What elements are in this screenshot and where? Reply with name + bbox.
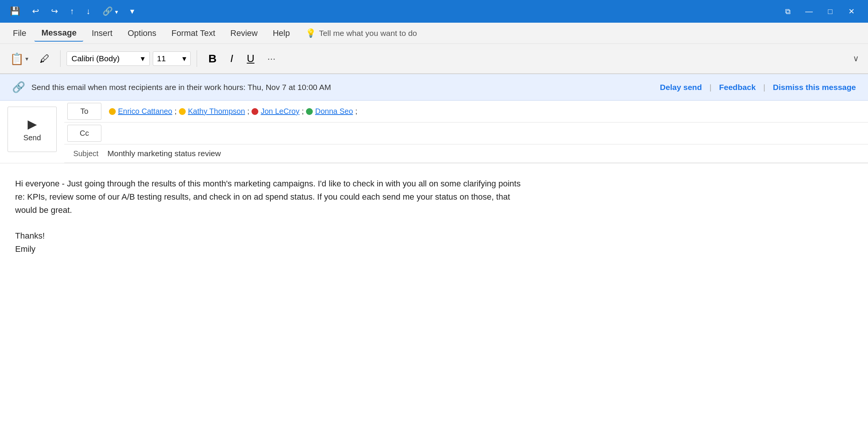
menu-format-text[interactable]: Format Text — [165, 25, 222, 41]
font-size-label: 11 — [157, 54, 166, 63]
notification-icon: 🔗 — [12, 81, 25, 93]
tell-me-text: Tell me what you want to do — [319, 29, 417, 38]
more-format-button[interactable]: ··· — [263, 50, 280, 68]
move-up-button[interactable]: ↑ — [66, 4, 78, 19]
enrico-status-dot — [109, 108, 116, 115]
more-button[interactable]: ▾ — [126, 4, 138, 19]
recipient-kathy[interactable]: Kathy Thompson — [179, 107, 245, 116]
toolbar-collapse-button[interactable]: ∨ — [850, 51, 862, 67]
email-compose: ▶ Send To Enrico Cattaneo ; Kathy Thomps… — [0, 101, 868, 442]
font-dropdown-arrow: ▾ — [141, 54, 145, 63]
jon-name: Jon LeCroy — [261, 107, 299, 116]
email-fields: To Enrico Cattaneo ; Kathy Thompson ; Jo… — [64, 101, 868, 163]
signature-line-1: Thanks! — [15, 229, 853, 242]
enrico-name: Enrico Cattaneo — [118, 107, 172, 116]
kathy-status-dot — [179, 108, 186, 115]
sep-1: ; — [174, 107, 177, 116]
toolbar: 📋 ▾ 🖊 Calibri (Body) ▾ 11 ▾ B I U ··· ∨ — [0, 44, 868, 74]
subject-value[interactable]: Monthly marketing status review — [107, 149, 865, 158]
to-row: To Enrico Cattaneo ; Kathy Thompson ; Jo… — [64, 101, 868, 123]
subject-label: Subject — [67, 149, 101, 158]
underline-button[interactable]: U — [241, 50, 259, 68]
notification-banner: 🔗 Send this email when most recipients a… — [0, 74, 868, 101]
email-signature: Thanks! Emily — [15, 229, 853, 256]
sep-2: ; — [247, 107, 250, 116]
font-name-label: Calibri (Body) — [71, 54, 120, 63]
format-painter-button[interactable]: 🖊 — [35, 50, 54, 68]
to-field-content[interactable]: Enrico Cattaneo ; Kathy Thompson ; Jon L… — [107, 104, 865, 119]
kathy-name: Kathy Thompson — [188, 107, 245, 116]
menu-insert[interactable]: Insert — [85, 25, 119, 41]
menu-help[interactable]: Help — [266, 25, 297, 41]
font-size-selector[interactable]: 11 ▾ — [153, 51, 191, 66]
delay-send-link[interactable]: Delay send — [660, 83, 702, 92]
toolbar-divider-2 — [197, 50, 197, 67]
save-button[interactable]: 💾 — [6, 4, 24, 19]
body-paragraph-1: Hi everyone - Just going through the res… — [15, 177, 853, 217]
menu-review[interactable]: Review — [224, 25, 264, 41]
clipboard-dropdown-arrow: ▾ — [25, 55, 28, 62]
feedback-link[interactable]: Feedback — [719, 83, 756, 92]
clipboard-button[interactable]: 📋 ▾ — [6, 50, 32, 68]
window-controls: ⧉ — □ ✕ — [777, 0, 862, 23]
restore-button[interactable]: ⧉ — [777, 0, 798, 23]
undo-button[interactable]: ↩ — [28, 4, 43, 19]
italic-button[interactable]: I — [225, 50, 239, 68]
tell-me-area[interactable]: 💡 Tell me what you want to do — [306, 28, 417, 38]
notif-separator-2: | — [763, 83, 765, 92]
donna-status-dot — [306, 108, 313, 115]
to-label: To — [67, 103, 101, 120]
menu-bar: File Message Insert Options Format Text … — [0, 23, 868, 44]
cc-row: Cc — [64, 123, 868, 144]
move-down-button[interactable]: ↓ — [82, 4, 94, 19]
send-button[interactable]: ▶ Send — [8, 107, 57, 152]
recipient-donna[interactable]: Donna Seo — [306, 107, 353, 116]
recipient-jon[interactable]: Jon LeCroy — [252, 107, 299, 116]
body-line-3: would be great. — [15, 205, 72, 215]
notification-text: Send this email when most recipients are… — [31, 83, 654, 92]
bold-button[interactable]: B — [203, 49, 222, 68]
font-selector[interactable]: Calibri (Body) ▾ — [67, 51, 150, 66]
redo-button[interactable]: ↪ — [47, 4, 62, 19]
body-line-1: Hi everyone - Just going through the res… — [15, 179, 520, 188]
clipboard-icon: 📋 — [10, 52, 24, 65]
send-arrow-icon: ▶ — [28, 117, 37, 131]
font-size-dropdown-arrow: ▾ — [182, 54, 186, 63]
title-bar: 💾 ↩ ↪ ↑ ↓ 🔗 ▾ ▾ ⧉ — □ ✕ — [0, 0, 868, 23]
maximize-button[interactable]: □ — [820, 0, 841, 23]
dismiss-link[interactable]: Dismiss this message — [773, 83, 856, 92]
jon-status-dot — [252, 108, 258, 115]
email-body[interactable]: Hi everyone - Just going through the res… — [0, 163, 868, 442]
subject-row: Subject Monthly marketing status review — [64, 144, 868, 163]
notif-separator-1: | — [710, 83, 711, 92]
signature-line-2: Emily — [15, 242, 853, 256]
toolbar-divider-1 — [60, 50, 61, 67]
email-header: ▶ Send To Enrico Cattaneo ; Kathy Thomps… — [0, 101, 868, 163]
format-painter-icon: 🖊 — [40, 53, 50, 64]
minimize-button[interactable]: — — [798, 0, 820, 23]
lightbulb-icon: 💡 — [306, 28, 316, 38]
send-label: Send — [23, 133, 41, 142]
cc-field-content[interactable] — [107, 130, 865, 136]
body-line-2: re: KPIs, review some of our A/B testing… — [15, 192, 510, 202]
close-button[interactable]: ✕ — [841, 0, 862, 23]
link-button[interactable]: 🔗 ▾ — [99, 4, 122, 19]
cc-label: Cc — [67, 125, 101, 142]
menu-options[interactable]: Options — [121, 25, 163, 41]
sep-3: ; — [302, 107, 304, 116]
menu-message[interactable]: Message — [34, 25, 83, 42]
donna-name: Donna Seo — [315, 107, 353, 116]
recipient-enrico[interactable]: Enrico Cattaneo — [109, 107, 172, 116]
menu-file[interactable]: File — [6, 25, 33, 41]
sep-4: ; — [355, 107, 357, 116]
